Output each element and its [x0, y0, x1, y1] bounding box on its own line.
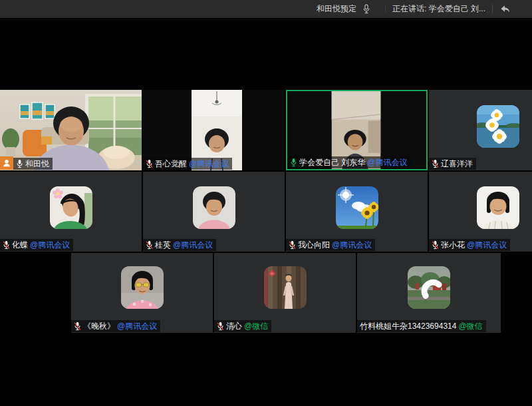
participant-tile-huadie[interactable]: 化蝶@腾讯会议	[0, 172, 142, 252]
avatar	[477, 186, 519, 229]
video-grid: 和田悦	[0, 18, 532, 406]
participant-name: 我心向阳	[298, 240, 330, 251]
mic-muted-icon	[432, 159, 439, 168]
titlebar-divider	[385, 5, 386, 13]
avatar	[264, 266, 307, 309]
platform-suffix: @腾讯会议	[30, 240, 70, 251]
avatar	[50, 186, 92, 229]
participant-tile-woxinxiangyang[interactable]: 我心向阳@腾讯会议	[286, 172, 428, 252]
meeting-title: 和田悦预定	[317, 3, 356, 15]
titlebar-divider	[492, 5, 493, 13]
speaking-microphone-icon	[362, 4, 370, 14]
participant-tile-zhuliaotaojie[interactable]: 竹料桃姐牛杂13423694314@微信	[357, 253, 501, 333]
host-badge-icon	[0, 156, 13, 170]
participant-name: 清心	[226, 321, 242, 332]
woman-short-hair-photo	[477, 186, 519, 229]
mic-on-icon	[16, 159, 23, 168]
mic-muted-icon	[3, 240, 10, 250]
platform-suffix: @腾讯会议	[189, 158, 229, 170]
participant-tile-zhangxiaohua[interactable]: 张小花@腾讯会议	[429, 172, 532, 252]
avatar	[408, 266, 450, 309]
platform-suffix: @微信	[244, 321, 268, 332]
participant-tile-wuxinjuexing[interactable]: 吾心觉醒@腾讯会议	[143, 90, 285, 170]
mic-muted-icon	[146, 240, 153, 250]
mic-muted-icon	[146, 159, 153, 168]
avatar	[121, 266, 164, 309]
avatar	[193, 186, 235, 229]
participant-name: 桂英	[155, 240, 171, 251]
platform-suffix: @微信	[458, 321, 482, 332]
woman-green-top-flower-photo	[50, 186, 92, 229]
woman-pink-top-photo	[193, 186, 235, 229]
participant-name: 化蝶	[12, 240, 28, 251]
platform-suffix: @腾讯会议	[117, 321, 157, 332]
mic-muted-icon	[432, 240, 439, 250]
participant-name: 《晚秋》	[83, 321, 115, 332]
sunflowers-blue-sky-photo	[336, 186, 378, 229]
participant-tile-hetianyue[interactable]: 和田悦	[0, 90, 142, 170]
speaking-status: 正在讲话: 学会爱自己 刘...	[392, 3, 485, 15]
participant-name: 和田悦	[25, 158, 49, 170]
participant-tile-qingxin[interactable]: 清心@微信	[214, 253, 356, 333]
avatar	[477, 105, 519, 148]
participant-name: 辽喜洋洋	[441, 158, 473, 170]
avatar	[336, 186, 378, 229]
participant-name: 竹料桃姐牛杂13423694314	[360, 321, 456, 332]
platform-suffix: @腾讯会议	[332, 240, 372, 251]
participant-tile-liudonghua-active-speaker[interactable]: 学会爱自己 刘东华@腾讯会议	[286, 90, 428, 170]
participant-name: 吾心觉醒	[155, 158, 187, 170]
participant-tile-guiying[interactable]: 桂英@腾讯会议	[143, 172, 285, 252]
titlebar: 和田悦预定 正在讲话: 学会爱自己 刘...	[0, 0, 532, 18]
reply-back-arrow-icon[interactable]	[499, 4, 511, 14]
platform-suffix: @腾讯会议	[467, 240, 507, 251]
participant-tile-liaoxiyangyang[interactable]: 辽喜洋洋	[429, 90, 532, 170]
participant-name: 张小花	[441, 240, 465, 251]
participant-name: 学会爱自己 刘东华	[299, 157, 365, 168]
platform-suffix: @腾讯会议	[173, 240, 213, 251]
mic-muted-icon	[217, 321, 224, 331]
participant-tile-wanqiu[interactable]: 《晚秋》@腾讯会议	[71, 253, 213, 333]
mic-muted-icon	[74, 321, 81, 331]
woman-standing-doorway-photo	[264, 266, 307, 309]
daisies-lake-photo	[477, 105, 519, 148]
platform-suffix: @腾讯会议	[367, 157, 407, 168]
park-scene-phone-handset-icon	[408, 266, 450, 309]
mic-muted-icon	[289, 240, 296, 250]
woman-yellow-glasses-photo	[121, 266, 164, 309]
mic-speaking-icon	[290, 158, 297, 167]
